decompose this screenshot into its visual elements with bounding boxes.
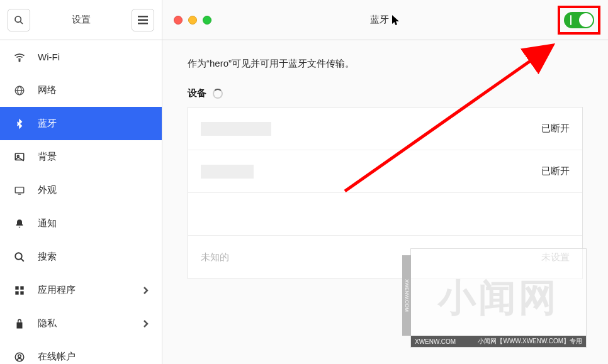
page-title: 蓝牙 (370, 14, 400, 26)
sidebar-header: 设置 (0, 0, 162, 40)
wifi-icon (13, 50, 26, 64)
sidebar-item-applications[interactable]: 应用程序 (0, 273, 162, 307)
sidebar-item-appearance[interactable]: 外观 (0, 174, 162, 207)
device-row[interactable] (188, 193, 582, 236)
sidebar-item-label: 蓝牙 (38, 118, 149, 130)
sidebar-item-label: 搜索 (38, 251, 149, 263)
svg-rect-17 (15, 291, 18, 294)
sidebar-item-bluetooth[interactable]: 蓝牙 (0, 107, 162, 140)
device-row[interactable]: 已断开 (188, 150, 582, 193)
sidebar-item-label: 在线帐户 (38, 351, 149, 363)
svg-rect-11 (15, 187, 24, 192)
annotation-highlight-box (558, 6, 600, 35)
sidebar-item-label: 应用程序 (38, 284, 132, 296)
mouse-cursor-icon (391, 14, 400, 26)
sidebar-item-wifi[interactable]: Wi-Fi (0, 40, 162, 74)
svg-point-13 (15, 253, 22, 260)
sidebar-item-notifications[interactable]: 通知 (0, 207, 162, 240)
hamburger-icon (138, 16, 148, 25)
app-root: 设置 Wi-Fi 网络 (0, 0, 608, 364)
svg-rect-2 (138, 16, 148, 18)
apps-icon (13, 284, 26, 297)
sidebar-item-label: 背景 (38, 151, 149, 163)
search-icon (14, 15, 24, 25)
main-panel: 蓝牙 作为“hero”可见并可用于蓝牙文件传输。 设备 (162, 0, 608, 364)
sidebar-item-background[interactable]: 背景 (0, 140, 162, 174)
sidebar-item-network[interactable]: 网络 (0, 74, 162, 107)
device-status: 未设置 (541, 251, 570, 263)
chevron-right-icon (143, 286, 149, 295)
svg-line-14 (21, 258, 24, 261)
svg-rect-4 (138, 23, 148, 25)
sidebar-item-label: 网络 (38, 84, 149, 96)
device-name (201, 165, 541, 179)
device-status: 已断开 (541, 123, 570, 135)
minimize-window-button[interactable] (188, 16, 197, 25)
device-status: 已断开 (541, 165, 570, 177)
loading-spinner-icon (213, 89, 223, 99)
svg-rect-16 (20, 286, 23, 289)
device-row[interactable]: 未知的 未设置 (188, 236, 582, 279)
privacy-icon (13, 317, 26, 331)
device-name: 未知的 (201, 251, 541, 263)
devices-heading: 设备 (188, 87, 583, 99)
sidebar-item-privacy[interactable]: 隐私 (0, 307, 162, 340)
window-controls (174, 16, 211, 25)
watermark-bar: XWENW.COM 小闻网【WWW.XWENW.COM】专用 (411, 336, 586, 347)
close-window-button[interactable] (174, 16, 183, 25)
sidebar-item-label: 外观 (38, 184, 149, 196)
sidebar-item-label: 通知 (38, 218, 149, 229)
device-row[interactable]: 已断开 (188, 108, 582, 150)
maximize-window-button[interactable] (203, 16, 211, 25)
visibility-note: 作为“hero”可见并可用于蓝牙文件传输。 (188, 58, 583, 70)
sidebar-title: 设置 (37, 14, 125, 26)
accounts-icon (13, 350, 26, 364)
main-body: 作为“hero”可见并可用于蓝牙文件传输。 设备 已断开 已断开 (162, 40, 608, 364)
bluetooth-toggle[interactable] (564, 12, 594, 28)
device-name (201, 122, 541, 136)
svg-point-20 (18, 355, 21, 358)
chevron-right-icon (143, 319, 149, 328)
sidebar: 设置 Wi-Fi 网络 (0, 0, 162, 364)
main-header: 蓝牙 (162, 0, 608, 40)
sidebar-item-search[interactable]: 搜索 (0, 240, 162, 273)
network-icon (13, 84, 26, 97)
search-icon (13, 250, 26, 264)
sidebar-list: Wi-Fi 网络 蓝牙 背景 (0, 40, 162, 364)
sidebar-item-label: Wi-Fi (38, 52, 149, 62)
background-icon (13, 150, 26, 164)
svg-rect-18 (20, 291, 23, 294)
sidebar-item-label: 隐私 (38, 317, 132, 329)
svg-rect-3 (138, 19, 148, 21)
sidebar-item-online-accounts[interactable]: 在线帐户 (0, 340, 162, 364)
bell-icon (13, 217, 26, 231)
svg-rect-15 (15, 286, 18, 289)
svg-point-0 (15, 16, 21, 22)
menu-button[interactable] (132, 9, 154, 31)
search-button[interactable] (8, 9, 30, 31)
svg-point-5 (19, 60, 20, 62)
svg-line-1 (20, 21, 23, 24)
devices-list: 已断开 已断开 未知的 未设置 (188, 107, 583, 279)
bluetooth-icon (13, 117, 26, 131)
appearance-icon (13, 184, 26, 197)
